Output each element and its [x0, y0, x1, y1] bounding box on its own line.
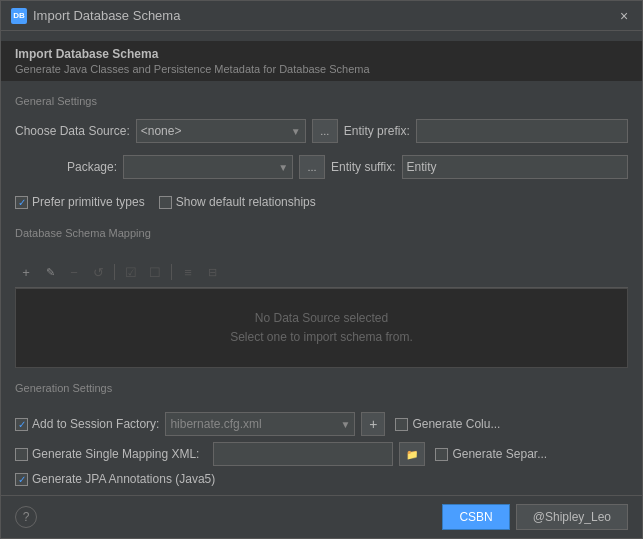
package-label: Package: [67, 160, 117, 174]
package-arrow-icon: ▼ [278, 162, 288, 173]
package-row: Package: ▼ ... Entity suffix: [15, 155, 628, 179]
schema-mapping-label: Database Schema Mapping [15, 227, 628, 239]
schema-toolbar: + ✎ − ↺ ☑ ☐ ≡ ⊟ [15, 257, 628, 288]
package-combo[interactable]: ▼ [123, 155, 293, 179]
single-mapping-input[interactable] [213, 442, 393, 466]
entity-prefix-input[interactable] [416, 119, 628, 143]
dialog-body: Import Database Schema Generate Java Cla… [1, 31, 642, 495]
session-factory-value: hibernate.cfg.xml [170, 417, 261, 431]
session-factory-combo[interactable]: hibernate.cfg.xml ▼ [165, 412, 355, 436]
show-default-item[interactable]: Show default relationships [159, 195, 316, 209]
jpa-row: Generate JPA Annotations (Java5) [15, 472, 628, 486]
toolbar-separator-2 [171, 264, 172, 280]
entity-prefix-label: Entity prefix: [344, 124, 410, 138]
single-mapping-checkbox[interactable] [15, 448, 28, 461]
generation-settings-label: Generation Settings [15, 382, 628, 394]
check-all-toolbar-button[interactable]: ☑ [120, 261, 142, 283]
single-mapping-browse-button[interactable]: 📁 [399, 442, 425, 466]
uncheck-all-toolbar-button[interactable]: ☐ [144, 261, 166, 283]
single-mapping-row: Generate Single Mapping XML: 📁 Generate … [15, 442, 628, 466]
dialog-icon: DB [11, 8, 27, 24]
prefer-primitive-checkbox[interactable] [15, 196, 28, 209]
prefer-primitive-label: Prefer primitive types [32, 195, 145, 209]
no-datasource-text: No Data Source selected [255, 309, 388, 328]
schema-mapping-section: + ✎ − ↺ ☑ ☐ ≡ ⊟ No Data Source selected … [15, 257, 628, 368]
remove-toolbar-button[interactable]: − [63, 261, 85, 283]
datasource-row: Choose Data Source: <none> ▼ ... Entity … [15, 119, 628, 143]
dialog-footer: ? CSBN @Shipley_Leo [1, 495, 642, 538]
jpa-checkbox[interactable] [15, 473, 28, 486]
header-subtitle: Generate Java Classes and Persistence Me… [15, 63, 632, 75]
add-toolbar-button[interactable]: + [15, 261, 37, 283]
title-bar-left: DB Import Database Schema [11, 8, 180, 24]
config-toolbar-button[interactable]: ⊟ [201, 261, 223, 283]
prefer-primitive-item[interactable]: Prefer primitive types [15, 195, 145, 209]
show-default-label: Show default relationships [176, 195, 316, 209]
datasource-browse-button[interactable]: ... [312, 119, 338, 143]
cancel-button[interactable]: @Shipley_Leo [516, 504, 628, 530]
session-combo-arrow-icon: ▼ [341, 419, 351, 430]
session-factory-row: Add to Session Factory: hibernate.cfg.xm… [15, 412, 628, 436]
session-factory-add-button[interactable]: + [361, 412, 385, 436]
generate-col-label: Generate Colu... [412, 417, 500, 431]
toolbar-separator-1 [114, 264, 115, 280]
entity-suffix-input[interactable] [402, 155, 628, 179]
session-factory-checkbox[interactable] [15, 418, 28, 431]
dialog-title: Import Database Schema [33, 8, 180, 23]
show-default-checkbox[interactable] [159, 196, 172, 209]
edit-toolbar-button[interactable]: ✎ [39, 261, 61, 283]
footer-buttons: CSBN @Shipley_Leo [442, 504, 628, 530]
entity-suffix-label: Entity suffix: [331, 160, 395, 174]
generate-sep-item[interactable]: Generate Separ... [435, 447, 547, 461]
generate-col-item[interactable]: Generate Colu... [395, 417, 500, 431]
header-block: Import Database Schema Generate Java Cla… [1, 41, 642, 81]
ok-button[interactable]: CSBN [442, 504, 509, 530]
session-factory-label: Add to Session Factory: [32, 417, 159, 431]
import-dialog: DB Import Database Schema × Import Datab… [0, 0, 643, 539]
schema-content-area: No Data Source selected Select one to im… [15, 288, 628, 368]
single-mapping-item[interactable]: Generate Single Mapping XML: [15, 447, 199, 461]
refresh-toolbar-button[interactable]: ↺ [87, 261, 109, 283]
generate-col-checkbox[interactable] [395, 418, 408, 431]
package-browse-button[interactable]: ... [299, 155, 325, 179]
general-settings-label: General Settings [15, 95, 628, 107]
single-mapping-label: Generate Single Mapping XML: [32, 447, 199, 461]
datasource-arrow-icon: ▼ [291, 126, 301, 137]
title-bar: DB Import Database Schema × [1, 1, 642, 31]
jpa-item[interactable]: Generate JPA Annotations (Java5) [15, 472, 215, 486]
datasource-value: <none> [141, 124, 182, 138]
close-button[interactable]: × [616, 8, 632, 24]
help-button[interactable]: ? [15, 506, 37, 528]
select-datasource-text: Select one to import schema from. [230, 328, 413, 347]
header-title: Import Database Schema [15, 47, 632, 61]
datasource-label: Choose Data Source: [15, 124, 130, 138]
datasource-combo[interactable]: <none> ▼ [136, 119, 306, 143]
generate-sep-label: Generate Separ... [452, 447, 547, 461]
jpa-label: Generate JPA Annotations (Java5) [32, 472, 215, 486]
generate-sep-checkbox[interactable] [435, 448, 448, 461]
generation-settings-section: Add to Session Factory: hibernate.cfg.xm… [15, 412, 628, 492]
checkboxes-row: Prefer primitive types Show default rela… [15, 195, 628, 209]
list-toolbar-button[interactable]: ≡ [177, 261, 199, 283]
session-factory-checkbox-item[interactable]: Add to Session Factory: [15, 417, 159, 431]
